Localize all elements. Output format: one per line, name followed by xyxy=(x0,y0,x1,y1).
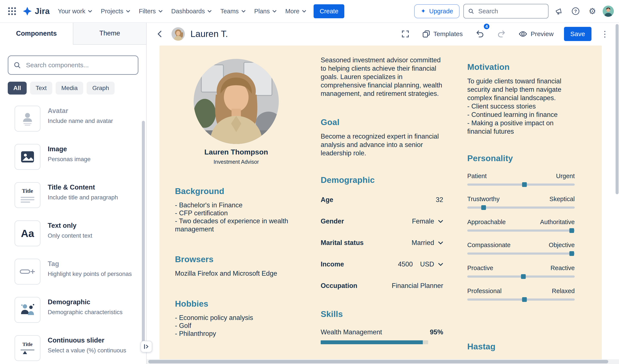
personality-slider-track[interactable] xyxy=(467,298,575,301)
slider-icon: Title xyxy=(15,335,40,361)
component-item-demographic[interactable]: Demographic Demographic characteristics xyxy=(15,297,138,323)
save-button[interactable]: Save xyxy=(564,27,591,41)
personality-slider-track[interactable] xyxy=(467,276,575,278)
fullscreen-button[interactable] xyxy=(398,27,412,41)
jira-logo[interactable]: Jira xyxy=(19,6,54,16)
slider-right-label: Reactive xyxy=(550,265,575,272)
component-text: Image Personas image xyxy=(48,144,90,164)
settings-icon-button[interactable]: ⚙ xyxy=(586,5,599,18)
create-button[interactable]: Create xyxy=(314,4,344,18)
app-switcher-button[interactable] xyxy=(5,4,19,18)
chevron-down-icon xyxy=(438,220,443,223)
chevron-down-icon xyxy=(207,10,212,13)
nav-your-work[interactable]: Your work xyxy=(54,4,96,18)
component-title: Avatar xyxy=(48,107,113,115)
persona-role: Investment Advisor xyxy=(175,159,297,165)
component-text: Text only Only content text xyxy=(48,221,92,240)
personality-slider-proactive-reactive: ProactiveReactive xyxy=(467,265,575,278)
text-lines-glyph xyxy=(21,196,34,203)
gear-icon: ⚙ xyxy=(589,7,596,15)
redo-icon xyxy=(497,30,506,38)
component-item-title-content[interactable]: Title Title & Content Include title and … xyxy=(15,182,138,208)
personality-slider-professional-relaxed: ProfessionalRelaxed xyxy=(467,288,575,301)
templates-button[interactable]: Templates xyxy=(420,28,465,40)
user-avatar[interactable] xyxy=(603,6,614,17)
help-icon-button[interactable]: ? xyxy=(569,5,582,18)
nav-teams[interactable]: Teams xyxy=(216,4,249,18)
component-item-text-only[interactable]: Aa Text only Only content text xyxy=(15,221,138,246)
nav-more[interactable]: More xyxy=(281,4,310,18)
personality-slider-track[interactable] xyxy=(467,207,575,209)
component-title: Title & Content xyxy=(48,183,118,191)
title-glyph: Title xyxy=(22,341,33,347)
slider-right-label: Authoritative xyxy=(540,219,575,226)
nav-plans[interactable]: Plans xyxy=(250,4,281,18)
slider-right-label: Relaxed xyxy=(552,288,575,294)
undo-icon xyxy=(476,30,484,38)
component-subtitle: Include title and paragraph xyxy=(48,193,118,202)
personality-slider-thumb[interactable] xyxy=(569,251,574,256)
component-item-tag[interactable]: Tag Highlight key points of personas xyxy=(15,259,138,284)
personality-slider-thumb[interactable] xyxy=(522,182,527,187)
announcement-icon-button[interactable] xyxy=(552,5,565,18)
skills-title: Skills xyxy=(321,309,443,319)
filter-media[interactable]: Media xyxy=(56,82,83,95)
upgrade-button[interactable]: ✦ Upgrade xyxy=(414,4,460,18)
personality-slider-thumb[interactable] xyxy=(522,297,527,302)
skill-progress-bar[interactable] xyxy=(321,340,428,344)
motivation-item: - Continued learning in finance xyxy=(467,111,575,119)
personality-section: Personality PatientUrgent TrustworthySke… xyxy=(467,154,575,301)
personality-slider-thumb[interactable] xyxy=(481,205,486,210)
tab-theme[interactable]: Theme xyxy=(73,22,146,45)
component-item-continuous-slider[interactable]: Title Continuous slider Select a value (… xyxy=(15,335,138,361)
nav-filters[interactable]: Filters xyxy=(135,4,167,18)
component-item-avatar[interactable]: Avatar Include name and avatar xyxy=(15,106,138,131)
templates-label: Templates xyxy=(433,30,463,38)
aa-glyph: Aa xyxy=(21,227,34,239)
personality-slider-thumb[interactable] xyxy=(521,274,526,279)
more-options-button[interactable]: ⋮ xyxy=(599,29,610,39)
sidebar-scrollbar[interactable] xyxy=(142,121,145,345)
personality-slider-track[interactable] xyxy=(467,183,575,186)
filter-text[interactable]: Text xyxy=(30,82,52,95)
components-search-input[interactable] xyxy=(25,61,133,69)
nav-dashboards[interactable]: Dashboards xyxy=(168,4,216,18)
components-search[interactable] xyxy=(8,56,139,75)
persona-avatar-thumb xyxy=(171,27,185,41)
gender-select[interactable]: Female xyxy=(412,217,443,225)
page-scrollbar-thumb[interactable] xyxy=(616,24,619,194)
sparkle-icon: ✦ xyxy=(421,8,425,14)
global-search[interactable] xyxy=(463,4,549,18)
component-subtitle: Personas image xyxy=(48,155,90,164)
jira-logo-icon xyxy=(22,6,32,16)
personality-slider-track[interactable] xyxy=(467,229,575,232)
horizontal-scrollbar-track[interactable] xyxy=(147,359,619,364)
filter-all[interactable]: All xyxy=(8,82,27,95)
personality-slider-track[interactable] xyxy=(467,252,575,255)
slider-right-label: Urgent xyxy=(556,173,575,180)
persona-column-right: Motivation To guide clients toward finan… xyxy=(467,45,575,351)
collapse-sidebar-button[interactable] xyxy=(141,341,152,352)
component-item-image[interactable]: Image Personas image xyxy=(15,144,138,170)
global-search-input[interactable] xyxy=(477,7,544,15)
motivation-text: To guide clients toward financial securi… xyxy=(467,77,575,102)
slider-left-label: Proactive xyxy=(467,265,493,272)
personality-slider-thumb[interactable] xyxy=(569,228,574,233)
chevron-down-icon xyxy=(88,10,92,13)
tab-components[interactable]: Components xyxy=(0,22,73,45)
income-control[interactable]: 4500 USD xyxy=(398,260,443,268)
nav-projects[interactable]: Projects xyxy=(97,4,134,18)
editor-toolbar: Templates 4 Preview Save ⋮ xyxy=(398,27,610,41)
nav-label: Dashboards xyxy=(171,8,205,15)
redo-button[interactable] xyxy=(494,27,508,41)
horizontal-scrollbar-thumb[interactable] xyxy=(148,360,608,363)
preview-button[interactable]: Preview xyxy=(516,28,556,40)
chevron-down-icon xyxy=(302,10,306,13)
persona-card[interactable]: Lauren Thompson Investment Advisor Backg… xyxy=(159,45,602,364)
persona-summary: Seasoned investment advisor committed to… xyxy=(321,56,443,98)
back-button[interactable] xyxy=(153,27,166,41)
component-subtitle: Highlight key points of personas xyxy=(48,270,132,278)
marital-status-select[interactable]: Married xyxy=(412,239,443,247)
filter-graph[interactable]: Graph xyxy=(87,82,114,95)
income-unit: USD xyxy=(420,260,434,268)
